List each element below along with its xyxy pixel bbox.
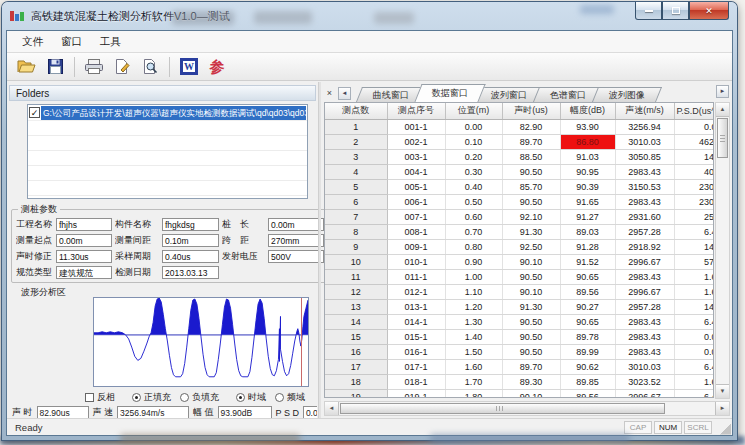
table-cell[interactable]: 0.50: [445, 194, 502, 209]
table-cell[interactable]: 3150.53: [615, 179, 674, 194]
table-cell[interactable]: 90.10: [502, 254, 560, 269]
row-header-cell[interactable]: 6: [325, 194, 387, 209]
pane-close-button[interactable]: ×: [323, 87, 336, 100]
table-cell[interactable]: 001-1: [387, 119, 445, 134]
folders-panel-caption[interactable]: Folders: [9, 85, 316, 101]
word-report-button[interactable]: W: [176, 55, 202, 79]
table-cell[interactable]: 91.03: [560, 149, 615, 164]
folders-list[interactable]: G:\公司产品设计开发\超声仪器\超声仪实地检测数据调试\qd\qd03\qd0…: [27, 104, 308, 199]
row-header-cell[interactable]: 2: [325, 134, 387, 149]
param-value-field[interactable]: fhjhs: [56, 218, 112, 231]
table-row[interactable]: 1001-10.0082.9093.903256.940.00: [325, 119, 714, 134]
close-button[interactable]: ✕: [689, 2, 729, 20]
table-cell[interactable]: 1.50: [445, 344, 502, 359]
table-cell[interactable]: 014-1: [387, 314, 445, 329]
table-cell[interactable]: 0.10: [445, 134, 502, 149]
positive-fill-radio[interactable]: 正填充: [132, 391, 171, 404]
param-value-field[interactable]: 0.10m: [162, 234, 219, 247]
table-row[interactable]: 10010-10.9090.1091.522996.6757.6: [325, 254, 714, 269]
table-cell[interactable]: 230.4: [674, 194, 714, 209]
table-cell[interactable]: 14.4: [674, 299, 714, 314]
time-domain-radio[interactable]: 时域: [236, 391, 266, 404]
row-header-cell[interactable]: 9: [325, 239, 387, 254]
table-cell[interactable]: 2931.60: [615, 209, 674, 224]
row-header-cell[interactable]: 1: [325, 119, 387, 134]
row-header-cell[interactable]: 17: [325, 359, 387, 374]
table-cell[interactable]: 3010.03: [615, 359, 674, 374]
table-cell[interactable]: 0.90: [445, 254, 502, 269]
table-cell[interactable]: 90.65: [560, 314, 615, 329]
table-cell[interactable]: 009-1: [387, 239, 445, 254]
scroll-left-arrow[interactable]: ◄: [325, 402, 339, 415]
table-cell[interactable]: 017-1: [387, 359, 445, 374]
table-cell[interactable]: 90.10: [502, 389, 560, 398]
table-cell[interactable]: 91.27: [560, 209, 615, 224]
table-cell[interactable]: 007-1: [387, 209, 445, 224]
table-cell[interactable]: 6.40: [674, 314, 714, 329]
table-cell[interactable]: 2983.43: [615, 194, 674, 209]
row-header-cell[interactable]: 16: [325, 344, 387, 359]
table-cell[interactable]: 89.99: [560, 344, 615, 359]
table-cell[interactable]: 90.50: [502, 164, 560, 179]
save-button[interactable]: [42, 55, 68, 79]
horizontal-scroll-thumb[interactable]: [340, 403, 665, 414]
print-button[interactable]: [81, 55, 107, 79]
table-cell[interactable]: 2996.67: [615, 254, 674, 269]
table-row[interactable]: 8008-10.7091.3089.032957.286.40: [325, 224, 714, 239]
table-cell[interactable]: 0.80: [445, 239, 502, 254]
waveform-plot[interactable]: [93, 297, 309, 387]
table-cell[interactable]: 0.40: [445, 179, 502, 194]
table-cell[interactable]: 57.6: [674, 254, 714, 269]
table-row[interactable]: 13013-11.2091.3090.272957.2814.4: [325, 299, 714, 314]
table-row[interactable]: 14014-11.3090.5090.652983.436.40: [325, 314, 714, 329]
table-cell[interactable]: 018-1: [387, 374, 445, 389]
tab-5[interactable]: 波列图像: [592, 87, 662, 102]
folder-item[interactable]: G:\公司产品设计开发\超声仪器\超声仪实地检测数据调试\qd\qd03\qd0…: [28, 105, 307, 121]
table-cell[interactable]: 2996.67: [615, 284, 674, 299]
table-cell[interactable]: 89.85: [560, 374, 615, 389]
table-cell[interactable]: 462.4: [674, 134, 714, 149]
row-header-cell[interactable]: 14: [325, 314, 387, 329]
table-cell[interactable]: 89.56: [560, 389, 615, 398]
table-row[interactable]: 15015-11.4090.5089.782983.430.00: [325, 329, 714, 344]
table-cell[interactable]: 019-1: [387, 389, 445, 398]
table-cell[interactable]: 90.50: [502, 344, 560, 359]
table-cell[interactable]: 002-1: [387, 134, 445, 149]
table-cell[interactable]: 003-1: [387, 149, 445, 164]
table-cell[interactable]: 90.50: [502, 329, 560, 344]
table-row[interactable]: 18018-11.7089.3089.853023.521.60: [325, 374, 714, 389]
table-cell[interactable]: 2983.43: [615, 329, 674, 344]
column-header[interactable]: 声速(m/s): [615, 103, 674, 119]
table-cell[interactable]: 6.40: [674, 359, 714, 374]
table-cell[interactable]: 91.30: [502, 224, 560, 239]
table-cell[interactable]: 0.70: [445, 224, 502, 239]
row-header-cell[interactable]: 10: [325, 254, 387, 269]
maximize-button[interactable]: [662, 2, 689, 20]
table-cell[interactable]: 1.60: [674, 374, 714, 389]
table-cell[interactable]: 89.78: [560, 329, 615, 344]
vertical-scroll-thumb[interactable]: [717, 118, 728, 158]
table-cell[interactable]: 0.20: [445, 149, 502, 164]
freq-domain-radio[interactable]: 频域: [275, 391, 305, 404]
param-value-field[interactable]: 500V: [268, 250, 324, 263]
table-cell[interactable]: 90.10: [502, 284, 560, 299]
menu-tools[interactable]: 工具: [91, 33, 130, 51]
param-value-field[interactable]: fhgkdsg: [162, 218, 219, 231]
table-cell[interactable]: 91.65: [560, 194, 615, 209]
reference-params-button[interactable]: 参: [204, 55, 230, 79]
table-cell[interactable]: 1.30: [445, 314, 502, 329]
table-cell[interactable]: 1.60: [445, 359, 502, 374]
table-row[interactable]: 6006-10.5090.5091.652983.43230.4: [325, 194, 714, 209]
table-cell[interactable]: 1.00: [445, 269, 502, 284]
table-row[interactable]: 2002-10.1089.7086.803010.03462.4: [325, 134, 714, 149]
table-row[interactable]: 3003-10.2088.5091.033050.8514.4: [325, 149, 714, 164]
param-value-field[interactable]: 建筑规范: [56, 266, 112, 279]
table-cell[interactable]: 011-1: [387, 269, 445, 284]
table-row[interactable]: 19019-11.8090.1089.562996.676.40: [325, 389, 714, 398]
column-header[interactable]: P.S.D(us^2/m): [674, 103, 714, 119]
row-header-cell[interactable]: 7: [325, 209, 387, 224]
table-cell[interactable]: 40.0: [674, 164, 714, 179]
row-header-cell[interactable]: 15: [325, 329, 387, 344]
row-header-cell[interactable]: 11: [325, 269, 387, 284]
minimize-button[interactable]: [635, 2, 662, 20]
